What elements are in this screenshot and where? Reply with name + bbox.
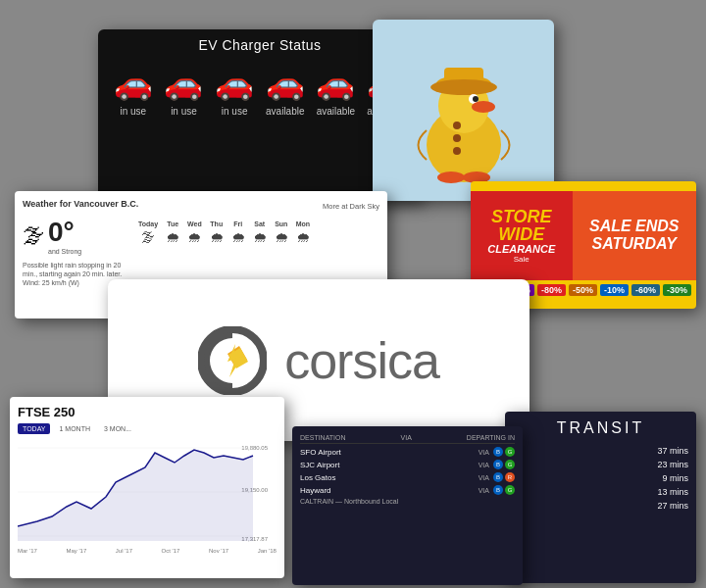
weather-subtitle: More at Dark Sky bbox=[323, 202, 379, 211]
day-name-0: Today bbox=[138, 220, 158, 227]
sale-tag-5: -60% bbox=[631, 284, 660, 296]
day-name-6: Sun bbox=[275, 220, 287, 227]
weather-day-2: Wed 🌧 bbox=[187, 220, 202, 245]
duck-image bbox=[373, 20, 554, 201]
car-label-2: in use bbox=[171, 106, 197, 117]
dep-dest-1: SJC Airport bbox=[300, 461, 475, 469]
weather-day-4: Fri 🌧 bbox=[231, 220, 245, 245]
dep-icons-3: B G bbox=[493, 485, 515, 495]
dep-dest-3: Hayward bbox=[300, 486, 475, 495]
departures-widget: DESTINATION VIA DEPARTING IN SFO Airport… bbox=[292, 426, 523, 585]
weather-day-3: Thu 🌧 bbox=[210, 220, 224, 245]
sale-top: STORE WIDE Clearance Sale Sale Ends Satu… bbox=[471, 191, 696, 280]
weather-day-7: Mon 🌧 bbox=[296, 220, 310, 245]
dep-icons-1: B G bbox=[493, 460, 515, 469]
sale-ends-text: Sale Ends Saturday bbox=[589, 218, 680, 252]
car-icon-2: 🚗 bbox=[164, 65, 203, 102]
weather-day-5: Sat 🌧 bbox=[253, 220, 267, 245]
ftse-tab-1month[interactable]: 1 MONTH bbox=[54, 423, 95, 434]
ftse-x-labels: Mar '17 May '17 Jul '17 Oct '17 Nov '17 … bbox=[18, 548, 277, 554]
ftse-widget: FTSE 250 TODAY 1 MONTH 3 MON... 19,880.0… bbox=[10, 397, 284, 578]
dep-dest-0: SFO Airport bbox=[300, 448, 475, 457]
weather-current: 🌫 0° and Strong Possible light rain stop… bbox=[23, 217, 130, 287]
transit-mins-2: 9 mins bbox=[662, 473, 688, 483]
weather-forecast: Today 🌫 Tue 🌧 Wed 🌧 Thu 🌧 Fri 🌧 Sat � bbox=[138, 220, 379, 245]
transit-mins-1: 23 mins bbox=[657, 460, 688, 469]
weather-condition-icon: 🌫 bbox=[23, 223, 44, 249]
car-icon-4: 🚗 bbox=[266, 65, 305, 102]
sale-tag-3: -50% bbox=[569, 284, 597, 296]
car-icon-1: 🚗 bbox=[114, 65, 153, 102]
caltrain-section: CALTRAIN — Northbound Local bbox=[300, 498, 515, 505]
ftse-label-4: Nov '17 bbox=[209, 548, 228, 554]
car-label-5: available bbox=[317, 106, 355, 117]
ftse-label-2: Jul '17 bbox=[116, 548, 132, 554]
dep-icons-2: B R bbox=[493, 472, 515, 482]
car-item-5: 🚗 available bbox=[316, 65, 355, 117]
svg-point-11 bbox=[437, 172, 465, 183]
car-item-4: 🚗 available bbox=[266, 65, 305, 117]
dep-via-0: VIA bbox=[479, 449, 489, 456]
ftse-label-1: May '17 bbox=[66, 548, 86, 554]
ftse-chart: 19,880.05 19,150.00 17,317.87 bbox=[18, 438, 277, 546]
transit-row-2: ▲ 9 mins bbox=[513, 472, 688, 483]
car-item-3: 🚗 in use bbox=[215, 65, 254, 117]
sale-sub-text: Sale bbox=[514, 255, 530, 264]
ftse-tab-3month[interactable]: 3 MON... bbox=[99, 423, 136, 434]
weather-day-6: Sun 🌧 bbox=[275, 220, 288, 245]
car-icon-5: 🚗 bbox=[316, 65, 355, 102]
transit-mins-0: 37 mins bbox=[657, 446, 688, 456]
weather-condition: and Strong bbox=[48, 248, 81, 255]
dep-row-2: Los Gatos VIA B R bbox=[300, 472, 515, 482]
transit-row-0: ▲ 37 mins bbox=[513, 445, 688, 456]
ftse-title: FTSE 250 bbox=[18, 405, 277, 419]
car-icon-3: 🚗 bbox=[215, 65, 254, 102]
dep-row-0: SFO Airport VIA B G bbox=[300, 447, 515, 457]
transit-widget: TRANSIT ▲ 37 mins ▲ 23 mins ▲ 9 mins ▲ 1… bbox=[505, 412, 696, 583]
departures-header: DESTINATION VIA DEPARTING IN bbox=[300, 434, 515, 444]
ftse-label-0: Mar '17 bbox=[18, 548, 37, 554]
transit-mins-4: 27 mins bbox=[657, 501, 688, 511]
duck-widget bbox=[373, 20, 554, 201]
day-name-3: Thu bbox=[210, 220, 223, 227]
dep-row-3: Hayward VIA B G bbox=[300, 485, 515, 495]
clearance-text: Clearance bbox=[487, 243, 555, 255]
ftse-tab-today[interactable]: TODAY bbox=[18, 423, 50, 434]
corsica-logo bbox=[198, 326, 267, 395]
transit-title: TRANSIT bbox=[513, 419, 688, 437]
svg-point-7 bbox=[472, 101, 495, 113]
svg-point-8 bbox=[453, 122, 461, 129]
day-name-4: Fri bbox=[233, 220, 242, 227]
dep-dest-2: Los Gatos bbox=[300, 473, 475, 482]
transit-row-4: ▲ 27 mins bbox=[513, 500, 688, 511]
weather-temp: 0° bbox=[48, 217, 81, 248]
day-name-7: Mon bbox=[296, 220, 310, 227]
svg-point-6 bbox=[473, 96, 479, 102]
sale-tag-6: -30% bbox=[663, 284, 691, 296]
svg-point-9 bbox=[453, 134, 461, 142]
dep-via-2: VIA bbox=[479, 474, 489, 481]
transit-row-3: ▲ 13 mins bbox=[513, 486, 688, 497]
sale-tag-2: -80% bbox=[537, 284, 566, 296]
day-name-5: Sat bbox=[254, 220, 265, 227]
weather-day-1: Tue 🌧 bbox=[166, 220, 179, 245]
svg-point-4 bbox=[430, 79, 497, 95]
car-item-2: 🚗 in use bbox=[164, 65, 203, 117]
weather-main: 🌫 0° and Strong Possible light rain stop… bbox=[23, 217, 379, 287]
dep-row-1: SJC Airport VIA B G bbox=[300, 460, 515, 469]
transit-mins-3: 13 mins bbox=[657, 487, 688, 497]
ftse-label-5: Jan '18 bbox=[258, 548, 277, 554]
store-wide-text: STORE WIDE bbox=[491, 208, 552, 243]
dep-icons-0: B G bbox=[493, 447, 515, 457]
dep-via-1: VIA bbox=[479, 462, 489, 468]
car-label-1: in use bbox=[120, 106, 146, 117]
dep-via-3: VIA bbox=[479, 487, 489, 494]
sale-left-panel: STORE WIDE Clearance Sale bbox=[471, 191, 573, 280]
ftse-label-3: Oct '17 bbox=[162, 548, 180, 554]
svg-point-10 bbox=[453, 147, 461, 155]
car-item-1: 🚗 in use bbox=[114, 65, 153, 117]
car-label-4: available bbox=[266, 106, 304, 117]
weather-title: Weather for Vancouver B.C. bbox=[23, 199, 138, 209]
corsica-brand-name: corsica bbox=[284, 331, 439, 390]
sale-right-panel: Sale Ends Saturday bbox=[573, 191, 697, 280]
